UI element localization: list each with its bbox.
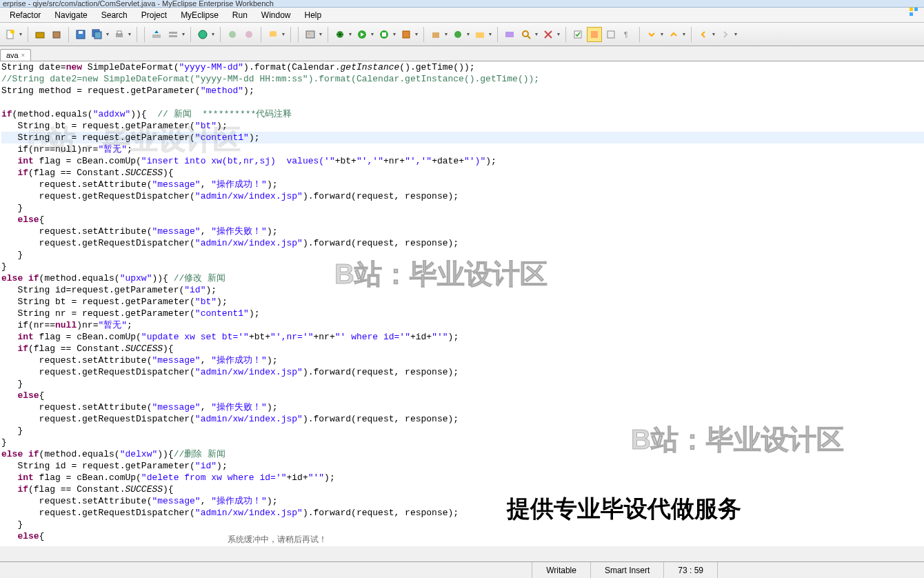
back-icon[interactable]	[696, 27, 711, 42]
nav-down-icon[interactable]	[644, 27, 659, 42]
close-icon[interactable]: ×	[21, 52, 25, 59]
window-title: erprise - qiye/src/com/action/ComServlet…	[3, 0, 274, 8]
show-whitespace-icon[interactable]: ¶	[620, 27, 635, 42]
chevron-down-icon[interactable]: ▼	[105, 27, 110, 42]
status-insert-mode: Smart Insert	[590, 562, 663, 578]
menu-run[interactable]: Run	[225, 9, 254, 21]
code-editor[interactable]: String date=new SimpleDateFormat("yyyy-M…	[0, 61, 924, 546]
forward-icon[interactable]	[718, 27, 733, 42]
svg-rect-27	[476, 32, 484, 38]
svg-point-29	[523, 31, 528, 37]
svg-rect-33	[607, 31, 614, 38]
tab-label: ava	[6, 51, 19, 59]
svg-rect-28	[505, 32, 514, 37]
chevron-down-icon[interactable]: ▼	[733, 27, 739, 42]
status-cursor-pos: 73 : 59	[663, 562, 717, 578]
deploy-icon[interactable]	[149, 27, 164, 42]
svg-point-1	[10, 30, 14, 34]
external-tools-icon[interactable]	[399, 27, 414, 42]
menu-myeclipse[interactable]: MyEclipse	[174, 9, 225, 21]
chevron-down-icon[interactable]: ▼	[414, 27, 419, 42]
image-icon[interactable]	[303, 27, 318, 42]
menu-search[interactable]: Search	[94, 9, 134, 21]
db-icon[interactable]	[265, 27, 281, 42]
chevron-down-icon[interactable]: ▼	[318, 27, 323, 42]
chevron-down-icon[interactable]: ▼	[181, 27, 186, 42]
chevron-down-icon[interactable]: ▼	[659, 27, 665, 42]
new-package-icon[interactable]	[428, 27, 443, 42]
svg-line-30	[528, 36, 530, 39]
open-type-icon[interactable]	[502, 27, 517, 42]
status-writable: Writable	[532, 562, 590, 578]
run-last-icon[interactable]	[376, 27, 392, 42]
browser-icon[interactable]	[195, 27, 210, 42]
menu-project[interactable]: Project	[134, 9, 174, 21]
svg-rect-3	[53, 32, 60, 38]
chevron-down-icon[interactable]: ▼	[392, 27, 397, 42]
svg-point-19	[308, 33, 310, 34]
toggle-block-icon[interactable]	[603, 27, 619, 42]
scroll-message: 系统缓冲中，请稍后再试！	[228, 535, 327, 546]
status-bar: Writable Smart Insert 73 : 59	[0, 561, 924, 578]
chevron-down-icon[interactable]: ▼	[210, 27, 216, 42]
svg-rect-35	[910, 8, 913, 11]
class-icon[interactable]	[225, 27, 240, 42]
new-folder-icon[interactable]	[472, 27, 488, 42]
chevron-down-icon[interactable]: ▼	[681, 27, 687, 42]
new-icon[interactable]	[3, 27, 18, 42]
svg-point-15	[245, 31, 252, 38]
chevron-down-icon[interactable]: ▼	[488, 27, 493, 42]
perspective-icon[interactable]	[906, 4, 921, 19]
title-bar: erprise - qiye/src/com/action/ComServlet…	[0, 0, 924, 8]
svg-rect-9	[117, 31, 121, 34]
nav-up-icon[interactable]	[666, 27, 681, 42]
search-icon[interactable]	[519, 27, 534, 42]
chevron-down-icon[interactable]: ▼	[711, 27, 716, 42]
toolbar: ▼ ▼ ▼ ▼ ▼ ▼ ▼ ▼ ▼ ▼ ▼ ▼ ▼ ▼ ▼ ▼ ¶ ▼ ▼	[0, 23, 924, 46]
chevron-down-icon[interactable]: ▼	[443, 27, 449, 42]
svg-text:¶: ¶	[624, 31, 627, 39]
chevron-down-icon[interactable]: ▼	[127, 27, 132, 42]
chevron-down-icon[interactable]: ▼	[556, 27, 561, 42]
print-icon[interactable]	[112, 27, 127, 42]
chevron-down-icon[interactable]: ▼	[18, 27, 23, 42]
interface-icon[interactable]	[241, 27, 257, 42]
menu-help[interactable]: Help	[298, 9, 329, 21]
svg-rect-7	[94, 32, 101, 39]
annotation-icon[interactable]	[541, 27, 556, 42]
svg-rect-23	[382, 32, 386, 37]
menu-window[interactable]: Window	[254, 9, 298, 21]
svg-rect-18	[306, 31, 314, 38]
svg-rect-10	[152, 34, 161, 38]
editor-tab-bar: ava ×	[0, 46, 924, 61]
chevron-down-icon[interactable]: ▼	[534, 27, 539, 42]
server-icon[interactable]	[165, 27, 181, 42]
svg-rect-11	[169, 32, 177, 34]
svg-rect-36	[914, 8, 918, 11]
svg-rect-25	[432, 32, 439, 38]
svg-rect-24	[403, 31, 410, 38]
run-icon[interactable]	[354, 27, 370, 42]
toggle-mark-icon[interactable]	[587, 27, 602, 42]
svg-rect-12	[169, 35, 177, 37]
code-content: String date=new SimpleDateFormat("yyyy-M…	[1, 61, 924, 542]
menu-refactor[interactable]: Refactor	[3, 9, 48, 21]
menu-bar: Refactor Navigate Search Project MyEclip…	[0, 8, 924, 23]
menu-navigate[interactable]: Navigate	[48, 9, 94, 21]
chevron-down-icon[interactable]: ▼	[370, 27, 375, 42]
save-all-icon[interactable]	[90, 27, 105, 42]
task-icon[interactable]	[570, 27, 585, 42]
chevron-down-icon[interactable]: ▼	[281, 27, 286, 42]
chevron-down-icon[interactable]: ▼	[465, 27, 471, 42]
package-open-icon[interactable]	[32, 27, 48, 42]
new-class-icon[interactable]	[450, 27, 465, 42]
chevron-down-icon[interactable]: ▼	[348, 27, 353, 42]
package-icon[interactable]	[49, 27, 64, 42]
tab-active[interactable]: ava ×	[0, 49, 31, 61]
save-icon[interactable]	[73, 27, 88, 42]
svg-rect-5	[79, 31, 83, 34]
debug-icon[interactable]	[332, 27, 348, 42]
svg-rect-32	[591, 31, 598, 38]
svg-rect-17	[270, 32, 277, 37]
svg-rect-2	[36, 32, 44, 38]
